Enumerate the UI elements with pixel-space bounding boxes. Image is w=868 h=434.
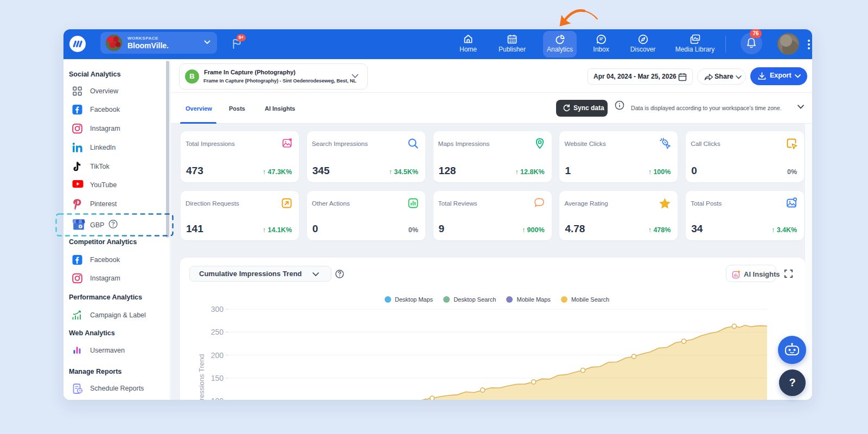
svg-text:250: 250 xyxy=(211,328,224,336)
svg-text:100: 100 xyxy=(211,397,224,400)
svg-text:200: 200 xyxy=(211,351,224,360)
svg-text:Impressions Trend: Impressions Trend xyxy=(197,354,206,400)
svg-text:150: 150 xyxy=(211,374,224,382)
svg-text:300: 300 xyxy=(211,305,224,314)
